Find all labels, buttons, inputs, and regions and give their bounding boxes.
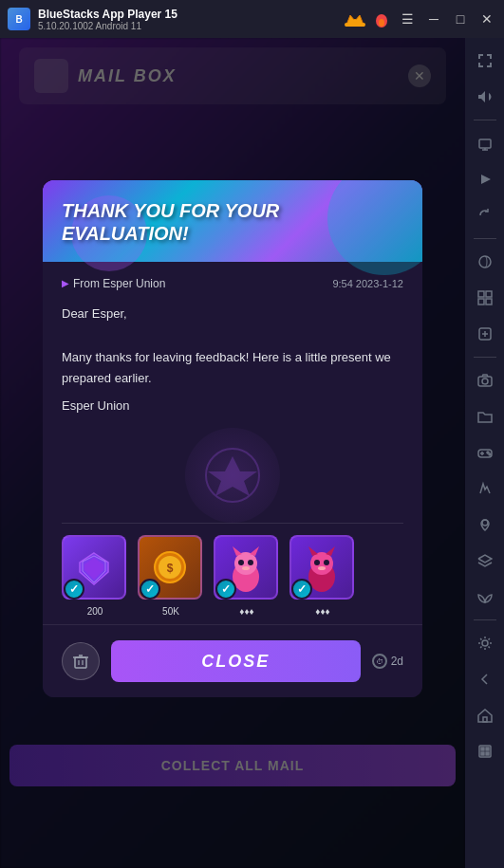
watermark-emblem [185,428,280,523]
modal-dialog: THANK YOU FOR YOUR EVALUATION! ▶ From Es… [43,180,422,697]
rotate-icon[interactable] [470,200,500,231]
svg-rect-42 [486,299,492,305]
svg-rect-56 [486,748,489,750]
svg-marker-17 [233,546,242,556]
reward-check-2: ✓ [140,579,160,600]
svg-rect-58 [486,752,489,755]
svg-rect-55 [481,748,484,750]
svg-point-27 [324,560,329,565]
svg-rect-4 [345,24,364,27]
crown-icon [345,11,365,27]
modal-body-line2: Many thanks for leaving feedback! Here i… [62,347,403,389]
reward-item-1: ✓ 200 [62,535,128,601]
reward-item-2: $ ✓ 50K [138,535,204,601]
timer-badge: ⏱ 2d [372,654,403,669]
reward-label-4: ♦♦♦ [289,606,356,617]
sidebar-divider-4 [474,619,496,620]
title-text: BlueStacks App Player 15 5.10.20.1002 An… [38,8,337,31]
from-arrow-icon: ▶ [62,278,69,288]
svg-rect-40 [486,291,492,297]
sidebar-divider-2 [474,238,496,239]
svg-point-52 [482,640,488,646]
close-button[interactable]: CLOSE [111,640,361,682]
sidebar-divider-1 [474,120,496,120]
home-icon[interactable] [470,700,500,730]
svg-point-50 [489,453,491,455]
rewards-row: ✓ 200 $ ✓ [62,523,403,609]
video-icon[interactable] [470,164,500,194]
sport-icon[interactable] [470,247,500,277]
svg-point-38 [479,256,491,268]
modal-overlay: THANK YOU FOR YOUR EVALUATION! ▶ From Es… [0,38,465,868]
reward-item-3: ✓ ♦♦♦ [214,535,280,601]
delete-button[interactable] [62,642,100,680]
fullscreen-icon[interactable] [470,128,500,158]
layers-icon[interactable] [470,545,500,576]
svg-rect-41 [478,299,484,305]
svg-text:$: $ [167,562,174,575]
svg-rect-34 [479,139,491,148]
svg-rect-57 [481,752,484,755]
modal-title: THANK YOU FOR YOUR EVALUATION! [62,199,403,245]
timer-label: 2d [391,655,403,668]
modal-from-label: From Esper Union [73,277,165,290]
svg-point-23 [310,552,333,575]
app-version: 5.10.20.1002 Android 11 [38,21,337,31]
svg-point-20 [248,560,253,565]
app-icon: B [8,8,30,30]
rfk-icon[interactable] [470,319,500,349]
camera-icon[interactable] [470,365,500,396]
game-area: MAIL BOX ✕ COLLECT ALL MAIL THANK YOU FO… [0,38,465,868]
menu-button[interactable]: ☰ [398,9,417,28]
svg-marker-24 [308,546,318,556]
expand-icon[interactable] [470,46,500,76]
settings-icon[interactable] [470,628,500,658]
volume-icon[interactable] [470,82,500,112]
grid-icon[interactable] [470,283,500,313]
svg-marker-37 [481,175,491,184]
reward-check-3: ✓ [215,579,236,600]
close-window-button[interactable]: ✕ [477,9,496,28]
right-sidebar [465,38,504,868]
recent-icon[interactable] [470,736,500,766]
maximize-button[interactable]: □ [451,9,470,28]
reward-label-3: ♦♦♦ [214,606,280,617]
app-name: BlueStacks App Player 15 [38,8,337,21]
eco-icon[interactable] [470,582,500,612]
svg-point-6 [379,19,384,27]
title-bar: B BlueStacks App Player 15 5.10.20.1002 … [0,0,504,38]
svg-point-19 [238,560,244,565]
svg-marker-18 [250,546,259,556]
svg-rect-53 [483,717,487,722]
reward-label-2: 50K [138,606,204,617]
svg-marker-25 [326,546,335,556]
modal-date: 9:54 2023-1-12 [332,278,403,289]
modal-from: ▶ From Esper Union [62,277,165,290]
svg-marker-8 [208,456,257,496]
svg-point-26 [314,560,320,565]
svg-point-45 [482,379,488,384]
svg-point-21 [242,566,250,570]
gamepad-icon[interactable] [470,437,500,468]
watermark-area [62,428,403,523]
reward-check-4: ✓ [291,579,312,600]
modal-footer: CLOSE ⏱ 2d [43,624,422,697]
reward-check-1: ✓ [64,579,84,600]
svg-rect-39 [478,291,484,297]
flame-icon [373,10,390,28]
back-icon[interactable] [470,664,500,694]
location-icon[interactable] [470,509,500,540]
svg-point-28 [318,566,326,570]
minimize-button[interactable]: ─ [424,9,443,28]
svg-point-49 [487,452,489,453]
modal-body-line1: Dear Esper, [62,304,403,324]
svg-point-16 [234,552,257,575]
modal-header: THANK YOU FOR YOUR EVALUATION! [43,180,422,262]
reward-label-1: 200 [62,606,128,617]
macro-icon[interactable] [470,473,500,504]
folder-icon[interactable] [470,401,500,432]
modal-body: ▶ From Esper Union 9:54 2023-1-12 Dear E… [43,262,422,624]
reward-item-4: ✓ ♦♦♦ [289,535,356,601]
svg-point-3 [353,19,357,23]
timer-icon: ⏱ [372,654,387,669]
